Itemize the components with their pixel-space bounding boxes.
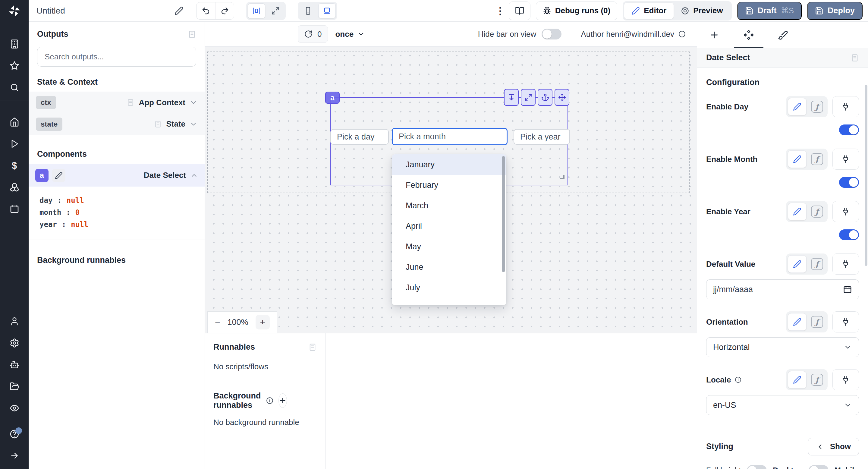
prop-month[interactable]: month : 0 [39,208,205,217]
tab-insert[interactable] [697,22,732,48]
month-option[interactable]: January [392,154,506,175]
static-pencil-button[interactable] [788,313,807,331]
state-row[interactable]: state State [29,113,205,135]
center-layout-button[interactable] [248,3,265,19]
month-option[interactable]: August [392,298,506,305]
function-button[interactable]: ƒ [808,255,826,273]
resize-handle[interactable] [560,175,564,179]
search-icon[interactable] [0,76,29,98]
chevron-down-icon[interactable] [190,99,197,106]
tab-styling[interactable] [766,22,800,48]
connect-plug-button[interactable] [832,201,859,222]
calendar-icon[interactable] [0,198,29,220]
day-select[interactable]: Pick a day [330,129,389,145]
orientation-select[interactable]: Horizontal [706,337,859,357]
move-icon[interactable] [555,89,569,106]
full-height-toggle[interactable] [747,465,767,469]
arrow-right-icon[interactable] [0,445,29,467]
enable-year-toggle[interactable] [839,229,859,240]
month-option[interactable]: April [392,216,506,236]
panel-doc-icon[interactable] [308,343,317,351]
connect-plug-button[interactable] [832,311,859,333]
building-icon[interactable] [0,33,29,55]
static-pencil-button[interactable] [788,255,807,273]
chevron-down-icon[interactable] [190,120,197,128]
help-icon[interactable] [0,423,29,445]
connect-plug-button[interactable] [832,149,859,170]
search-input[interactable] [44,52,189,61]
expand-layout-button[interactable] [267,3,284,19]
month-option[interactable]: July [392,277,506,298]
function-button[interactable]: ƒ [808,203,826,220]
windmill-logo[interactable] [0,0,29,22]
connect-plug-button[interactable] [832,96,859,117]
panel-scrollbar[interactable] [865,85,867,266]
dropdown-scrollbar[interactable] [502,156,505,272]
show-styling-button[interactable]: Show [808,438,859,456]
dollar-icon[interactable]: $ [0,155,29,176]
app-canvas[interactable]: a [205,47,697,333]
kebab-menu-icon[interactable]: ⋮ [495,5,503,17]
static-pencil-button[interactable] [788,371,807,388]
refresh-counter[interactable]: 0 [298,25,328,43]
component-row-a[interactable]: a Date Select [29,164,205,187]
function-button[interactable]: ƒ [808,313,826,331]
docs-book-button[interactable] [509,1,530,20]
info-icon[interactable] [678,30,686,38]
preview-tab[interactable]: Preview [674,3,730,19]
locale-select[interactable]: en-US [706,395,859,415]
gear-icon[interactable] [0,332,29,354]
enable-day-toggle[interactable] [839,124,859,135]
calendar-icon[interactable] [843,285,852,294]
editor-tab[interactable]: Editor [624,3,674,19]
fullscreen-icon[interactable] [521,89,535,106]
month-option[interactable]: March [392,195,506,216]
month-select[interactable]: Pick a month [392,128,507,145]
mobile-view-button[interactable] [299,3,317,19]
deploy-button[interactable]: Deploy [807,2,863,20]
edit-title-pencil-icon[interactable] [175,6,184,15]
desktop-toggle[interactable] [809,465,829,469]
info-icon[interactable] [735,376,742,383]
tab-settings[interactable] [732,22,766,48]
info-icon[interactable] [266,397,274,405]
prop-day[interactable]: day : null [39,196,205,205]
robot-icon[interactable] [0,354,29,376]
undo-button[interactable] [196,2,215,19]
add-background-runnable-button[interactable] [278,393,287,408]
panel-doc-icon[interactable] [188,30,196,39]
panel-doc-icon[interactable] [850,54,859,62]
default-value-date-input[interactable]: jj/mm/aaaa [706,279,859,299]
zoom-in-button[interactable]: + [255,315,270,330]
desktop-view-button[interactable] [318,3,336,19]
home-icon[interactable] [0,111,29,133]
redo-button[interactable] [215,2,234,19]
anchor-icon[interactable] [538,89,553,106]
month-option[interactable]: May [392,236,506,257]
rename-pencil-icon[interactable] [52,169,65,182]
debug-runs-button[interactable]: Debug runs (0) [536,1,617,20]
year-select[interactable]: Pick a year [514,129,570,145]
user-icon[interactable] [0,310,29,332]
enable-month-toggle[interactable] [839,177,859,188]
expand-down-icon[interactable] [504,89,519,106]
frequency-dropdown[interactable]: once [335,30,365,39]
connect-plug-button[interactable] [832,369,859,390]
static-pencil-button[interactable] [788,150,807,168]
outputs-search[interactable] [37,47,196,67]
function-button[interactable]: ƒ [808,150,826,168]
hide-bar-toggle[interactable] [541,29,561,39]
month-option[interactable]: February [392,175,506,195]
eye-icon[interactable] [0,397,29,419]
zoom-out-button[interactable]: − [215,317,220,327]
static-pencil-button[interactable] [788,98,807,116]
ctx-row[interactable]: ctx App Context [29,92,205,113]
boxes-icon[interactable] [0,176,29,198]
month-option[interactable]: June [392,257,506,277]
play-icon[interactable] [0,133,29,155]
star-icon[interactable] [0,55,29,76]
function-button[interactable]: ƒ [808,371,826,388]
prop-year[interactable]: year : null [39,220,205,229]
connect-plug-button[interactable] [832,253,859,275]
function-button[interactable]: ƒ [808,98,826,116]
